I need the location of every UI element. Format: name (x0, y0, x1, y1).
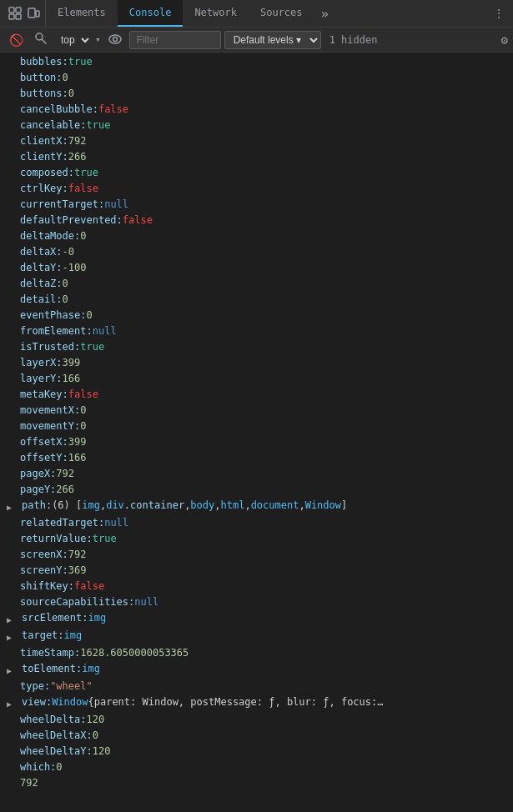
context-select[interactable]: top (54, 32, 92, 48)
tab-console[interactable]: Console (118, 0, 184, 27)
console-line: layerX: 399 (0, 355, 513, 371)
svg-point-9 (113, 37, 117, 41)
console-line: ctrlKey: false (0, 181, 513, 197)
hidden-count: 1 hidden (324, 34, 383, 46)
filter-input[interactable] (129, 31, 221, 49)
console-line: screenY: 369 (0, 563, 513, 579)
console-line: composed: true (0, 165, 513, 181)
svg-rect-3 (16, 14, 21, 19)
clear-console-icon[interactable]: 🚫 (5, 31, 28, 49)
console-content: bubbles: truebutton: 0buttons: 0cancelBu… (0, 53, 513, 812)
more-options-icon[interactable]: ⋮ (493, 7, 505, 20)
console-line: returnValue: true (0, 531, 513, 547)
console-line: ▶srcElement: img (0, 610, 513, 628)
svg-rect-1 (16, 8, 21, 13)
levels-select[interactable]: Default levels ▾ (224, 31, 321, 49)
tab-network-label: Network (194, 7, 237, 18)
tab-console-label: Console (129, 7, 172, 18)
svg-rect-0 (9, 8, 14, 13)
console-line: deltaZ: 0 (0, 276, 513, 292)
console-line: ▶view: Window {parent: Window, postMessa… (0, 694, 513, 712)
console-line: wheelDeltaY: 120 (0, 744, 513, 759)
console-line: deltaMode: 0 (0, 228, 513, 244)
console-line: timeStamp: 1628.6050000053365 (0, 645, 513, 661)
console-line: sourceCapabilities: null (0, 594, 513, 610)
tab-sources[interactable]: Sources (249, 0, 314, 27)
expand-arrow[interactable]: ▶ (7, 695, 18, 711)
tab-end-icons: ⋮ (488, 7, 510, 20)
cursor-line (0, 791, 513, 793)
console-line: pageY: 266 (0, 482, 513, 498)
console-line: isTrusted: true (0, 339, 513, 355)
console-line: clientY: 266 (0, 149, 513, 165)
console-line: deltaY: -100 (0, 260, 513, 276)
inspect-icon[interactable] (8, 7, 22, 20)
console-line: which: 0 (0, 759, 513, 775)
console-line: fromElement: null (0, 323, 513, 339)
tab-elements-label: Elements (58, 7, 106, 18)
console-line: layerY: 166 (0, 371, 513, 387)
console-line: clientX: 792 (0, 133, 513, 149)
console-line: defaultPrevented: false (0, 213, 513, 228)
console-line: screenX: 792 (0, 547, 513, 563)
console-line: offsetY: 166 (0, 450, 513, 466)
device-icon[interactable] (27, 7, 40, 20)
console-line: button: 0 (0, 70, 513, 86)
expand-arrow[interactable]: ▶ (7, 611, 18, 627)
console-line: ▶target: img (0, 628, 513, 645)
tab-elements[interactable]: Elements (46, 0, 118, 27)
toolbar: 🚫 top ▾ Default levels ▾ 1 hidden ⚙ (0, 28, 513, 53)
expand-arrow[interactable]: ▶ (7, 499, 18, 514)
eye-icon[interactable] (104, 31, 126, 49)
console-line: cancelBubble: false (0, 102, 513, 118)
console-line: movementX: 0 (0, 403, 513, 419)
console-line: wheelDeltaX: 0 (0, 728, 513, 744)
console-line: offsetX: 399 (0, 434, 513, 450)
settings-icon[interactable]: ⚙ (501, 33, 508, 47)
console-line: ▶path: (6) [img, div.container, body, ht… (0, 498, 513, 515)
tab-bar: Elements Console Network Sources » ⋮ (0, 0, 513, 28)
console-line: deltaX: -0 (0, 244, 513, 260)
console-line: buttons: 0 (0, 86, 513, 102)
console-line: relatedTarget: null (0, 515, 513, 531)
console-line: currentTarget: null (0, 197, 513, 213)
console-line: shiftKey: false (0, 579, 513, 594)
svg-point-8 (109, 35, 121, 43)
svg-line-7 (42, 39, 46, 43)
tab-sources-label: Sources (260, 7, 303, 18)
console-line: ▶toElement: img (0, 661, 513, 679)
svg-rect-2 (9, 14, 14, 19)
filter-icon[interactable] (31, 30, 51, 49)
console-line: wheelDelta: 120 (0, 712, 513, 728)
svg-rect-4 (28, 8, 35, 18)
expand-arrow[interactable]: ▶ (7, 629, 18, 644)
console-line: movementY: 0 (0, 419, 513, 434)
console-line: cancelable: true (0, 118, 513, 133)
console-line: type: "wheel" (0, 679, 513, 694)
expand-arrow[interactable]: ▶ (7, 662, 18, 678)
tab-more[interactable]: » (314, 6, 336, 22)
console-line: metaKey: false (0, 387, 513, 403)
console-line: bubbles: true (0, 54, 513, 70)
context-arrow: ▾ (95, 34, 101, 45)
tab-icon-group (3, 0, 46, 27)
console-line: detail: 0 (0, 292, 513, 308)
console-line: eventPhase: 0 (0, 308, 513, 323)
tab-network[interactable]: Network (183, 0, 249, 27)
console-line: pageX: 792 (0, 466, 513, 482)
svg-rect-5 (36, 11, 39, 17)
console-line: 792 (0, 775, 513, 791)
